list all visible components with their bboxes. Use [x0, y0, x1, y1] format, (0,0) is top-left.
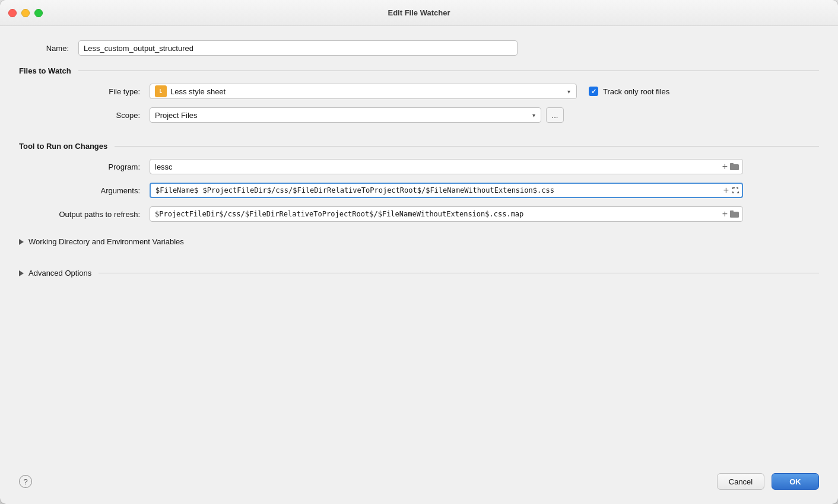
advanced-collapsible[interactable]: Advanced Options	[19, 269, 91, 277]
close-button[interactable]	[8, 9, 17, 17]
program-input-wrapper: +	[150, 159, 743, 174]
less-file-icon: L	[155, 85, 167, 97]
output-folder-button[interactable]	[730, 210, 739, 218]
arguments-addon-buttons: +	[723, 185, 739, 196]
maximize-button[interactable]	[34, 9, 43, 17]
track-root-wrapper: Track only root files	[589, 87, 669, 96]
scope-select-wrapper: Project Files ▾	[150, 107, 541, 123]
program-folder-button[interactable]	[730, 162, 739, 171]
tool-to-run-label: Tool to Run on Changes	[19, 142, 107, 151]
working-dir-label: Working Directory and Environment Variab…	[28, 237, 184, 246]
track-root-label: Track only root files	[603, 87, 669, 96]
output-paths-label: Output paths to refresh:	[38, 210, 150, 219]
name-label: Name:	[19, 44, 78, 53]
working-dir-expand-icon	[19, 239, 24, 245]
advanced-section-header: Advanced Options	[19, 269, 819, 277]
file-type-label: File type:	[38, 87, 150, 96]
ok-button[interactable]: OK	[772, 473, 819, 490]
dropdown-arrow-icon: ▾	[567, 88, 570, 95]
dialog-content: Name: Files to Watch File type: L Less s…	[0, 26, 838, 464]
track-root-checkbox[interactable]	[589, 87, 598, 96]
svg-rect-1	[730, 163, 734, 165]
files-to-watch-section-header: Files to Watch	[19, 66, 819, 75]
button-row: ? Cancel OK	[0, 464, 838, 504]
arguments-input-wrapper: +	[150, 183, 743, 198]
file-type-row: File type: L Less style sheet ▾ Track on…	[38, 84, 819, 99]
scope-row: Scope: Project Files ▾ ...	[38, 107, 819, 123]
name-input[interactable]	[78, 40, 518, 56]
advanced-expand-icon	[19, 270, 24, 276]
working-dir-collapsible[interactable]: Working Directory and Environment Variab…	[19, 237, 819, 246]
scope-ellipsis-button[interactable]: ...	[546, 107, 564, 123]
window-title: Edit File Watcher	[388, 8, 450, 17]
output-paths-input[interactable]	[150, 206, 743, 222]
advanced-section-divider	[99, 273, 819, 273]
program-input[interactable]	[150, 159, 743, 174]
scope-label: Scope:	[38, 111, 150, 120]
program-row: Program: +	[38, 159, 819, 174]
arguments-add-button[interactable]: +	[723, 185, 729, 196]
minimize-button[interactable]	[21, 9, 30, 17]
section-divider	[78, 71, 819, 71]
tool-to-run-section-header: Tool to Run on Changes	[19, 142, 819, 151]
file-type-select-wrapper: L Less style sheet ▾	[150, 84, 577, 99]
scope-dropdown[interactable]: Project Files	[150, 107, 541, 123]
traffic-lights	[8, 9, 43, 17]
cancel-button[interactable]: Cancel	[717, 473, 764, 490]
output-addon-buttons: +	[722, 209, 739, 219]
titlebar: Edit File Watcher	[0, 0, 838, 26]
output-input-wrapper: +	[150, 206, 743, 222]
advanced-label: Advanced Options	[28, 269, 91, 277]
arguments-label: Arguments:	[38, 186, 150, 195]
arguments-row: Arguments: +	[38, 183, 819, 198]
file-type-value: Less style sheet	[170, 87, 226, 96]
files-to-watch-label: Files to Watch	[19, 66, 71, 75]
program-add-button[interactable]: +	[722, 161, 728, 172]
program-addon-buttons: +	[722, 161, 739, 172]
tool-section-divider	[115, 146, 819, 146]
edit-file-watcher-dialog: Edit File Watcher Name: Files to Watch F…	[0, 0, 838, 504]
arguments-expand-button[interactable]	[731, 186, 739, 194]
program-label: Program:	[38, 162, 150, 171]
name-row: Name:	[19, 40, 819, 56]
output-paths-row: Output paths to refresh: +	[38, 206, 819, 222]
arguments-input[interactable]	[150, 183, 743, 198]
file-type-dropdown[interactable]: L Less style sheet ▾	[150, 84, 577, 99]
output-add-button[interactable]: +	[722, 209, 728, 219]
help-button[interactable]: ?	[19, 475, 32, 488]
advanced-section: Advanced Options	[19, 263, 819, 286]
svg-rect-3	[730, 210, 734, 213]
